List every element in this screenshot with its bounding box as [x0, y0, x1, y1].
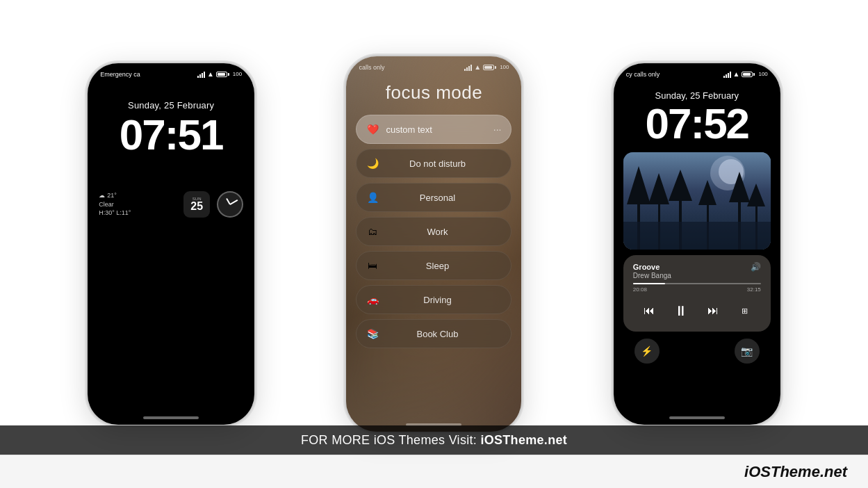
center-banner: FOR MORE iOS Themes Visit: iOSTheme.net	[0, 425, 868, 455]
svg-rect-16	[623, 222, 771, 250]
focus-bookclub-label: Book Club	[386, 329, 489, 339]
focus-custom-icon: ❤️	[366, 124, 379, 135]
phone3-signal-icon	[723, 71, 731, 78]
phone3-elapsed: 20:08	[633, 286, 647, 293]
focus-custom-menu[interactable]: ···	[493, 124, 502, 135]
focus-item-dnd[interactable]: 🌙 Do not disturb	[356, 149, 511, 178]
phone3-frame: cy calls only ▲ 100 Sunday, 25 February …	[614, 63, 780, 425]
phone2-battery-icon	[483, 65, 496, 70]
banner-normal-text: FOR MORE iOS Themes Visit:	[301, 433, 480, 447]
phone1-signal-icon	[197, 71, 205, 78]
phone3-status-left: cy calls only	[626, 71, 660, 78]
phone2-status-left: calls only	[359, 64, 384, 71]
phone1-frame: Emergency ca ▲ 100 Sunday, 25 February 0…	[88, 63, 254, 425]
focus-item-driving[interactable]: 🚗 Driving	[356, 285, 511, 314]
main-scene: Emergency ca ▲ 100 Sunday, 25 February 0…	[0, 0, 868, 488]
phone1-clock-minute-hand	[230, 200, 238, 205]
phone1-low: L:11°	[116, 209, 131, 216]
phone3-screen: cy calls only ▲ 100 Sunday, 25 February …	[614, 63, 780, 425]
phone1-status-bar: Emergency ca ▲ 100	[88, 63, 254, 81]
focus-dnd-label: Do not disturb	[386, 158, 489, 169]
banner-bold-text: iOSTheme.net	[480, 433, 567, 447]
focus-item-personal[interactable]: 👤 Personal	[356, 183, 511, 212]
phone1-battery-pct: 100	[233, 71, 242, 77]
focus-personal-label: Personal	[386, 193, 489, 203]
phone3-status-bar: cy calls only ▲ 100	[614, 63, 780, 81]
phone3-flashlight-button[interactable]: ⚡	[634, 339, 660, 364]
phone1-wifi-icon: ▲	[207, 70, 214, 78]
focus-driving-icon: 🚗	[366, 294, 379, 305]
phone3-controls: ⏮ ⏸ ⏭ ⊞	[633, 297, 761, 325]
phone2-screen: calls only ▲ 100 focus mode ❤	[346, 56, 521, 432]
phone3-progress-fill	[633, 283, 665, 284]
phone1-high: H:30°	[99, 209, 115, 216]
phone1-clock-widget	[217, 191, 243, 218]
phone2-frame: calls only ▲ 100 focus mode ❤	[346, 56, 521, 432]
phone3-album-art	[623, 152, 771, 250]
focus-personal-icon: 👤	[366, 192, 379, 203]
phone3-pause-button[interactable]: ⏸	[670, 300, 692, 322]
phone1-status-left: Emergency ca	[100, 71, 140, 78]
phone3-forward-button[interactable]: ⏭	[702, 300, 724, 322]
phone1-weather-widget: ☁ 21° Clear H:30° L:11°	[99, 191, 131, 218]
focus-bookclub-icon: 📚	[366, 328, 379, 339]
phone3-progress-bar[interactable]	[633, 283, 761, 284]
phone2-battery-pct: 100	[500, 64, 509, 70]
watermark-text: iOSTheme.net	[744, 463, 847, 481]
phone3-battery-pct: 100	[758, 71, 767, 77]
phone3-music-player: Groove Drew Banga 🔊 20:08 32:15 ⏮ ⏸ ⏭ ⊞	[623, 255, 771, 332]
phone3-time-row: 20:08 32:15	[633, 286, 761, 293]
phone3-flashlight-icon: ⚡	[641, 345, 653, 357]
phone2-wifi-icon: ▲	[474, 63, 481, 71]
phone3-status-icons: ▲ 100	[723, 70, 768, 78]
phone1-battery-icon	[216, 72, 229, 77]
phone1-temp: 21°	[107, 191, 117, 200]
phone3-camera-button[interactable]: 📷	[735, 339, 760, 364]
focus-item-custom[interactable]: ❤️ custom text ···	[356, 115, 511, 144]
center-banner-text: FOR MORE iOS Themes Visit: iOSTheme.net	[301, 433, 567, 448]
focus-item-work[interactable]: 🗂 Work	[356, 217, 511, 246]
phone1-weather-icon: ☁	[99, 191, 105, 200]
phone3-total: 32:15	[747, 286, 761, 293]
focus-driving-label: Driving	[386, 295, 489, 305]
focus-dnd-icon: 🌙	[366, 158, 379, 169]
phone3-rewind-button[interactable]: ⏮	[638, 300, 660, 322]
phone1-cal-date: 25	[190, 201, 203, 212]
phone1-condition: Clear	[99, 200, 131, 209]
phone2-status-bar: calls only ▲ 100	[346, 56, 521, 74]
focus-sleep-icon: 🛏	[366, 260, 379, 271]
phone3-song-info: Groove Drew Banga 🔊	[633, 262, 761, 279]
phone3-song-artist: Drew Banga	[633, 272, 671, 279]
phone2-signal-icon	[464, 64, 472, 71]
phone3-time: 07:52	[614, 102, 780, 145]
phone3-home-indicator[interactable]	[669, 416, 725, 419]
phone3-options-button[interactable]: ⊞	[734, 300, 756, 322]
focus-item-bookclub[interactable]: 📚 Book Club	[356, 319, 511, 348]
phone2-title: focus mode	[346, 82, 521, 104]
phone2-status-icons: ▲ 100	[464, 63, 509, 71]
phone2-focus-list: ❤️ custom text ··· 🌙 Do not disturb 👤 Pe…	[346, 115, 521, 348]
phone3-camera-icon: 📷	[741, 345, 753, 357]
phone3-wifi-icon: ▲	[733, 70, 740, 78]
watermark-bar: iOSTheme.net	[0, 455, 868, 488]
phone1-home-indicator[interactable]	[143, 416, 199, 419]
phone1-widgets: ☁ 21° Clear H:30° L:11° SUN 25	[88, 191, 254, 218]
focus-sleep-label: Sleep	[386, 261, 489, 271]
phone3-volume-icon[interactable]: 🔊	[751, 262, 761, 272]
phone1-status-icons: ▲ 100	[197, 70, 242, 78]
focus-item-sleep[interactable]: 🛏 Sleep	[356, 251, 511, 280]
phone1-screen: Emergency ca ▲ 100 Sunday, 25 February 0…	[88, 63, 254, 425]
focus-work-icon: 🗂	[366, 226, 379, 237]
phone1-calendar-widget: SUN 25	[183, 191, 210, 218]
phone3-song-title: Groove	[633, 262, 671, 272]
focus-custom-label: custom text	[386, 124, 486, 135]
phone3-bottom-controls: ⚡ 📷	[614, 332, 780, 364]
phone1-time: 07:51	[88, 113, 254, 156]
phone1-date: Sunday, 25 February	[88, 100, 254, 111]
phone3-battery-icon	[742, 72, 755, 77]
focus-work-label: Work	[386, 227, 489, 237]
